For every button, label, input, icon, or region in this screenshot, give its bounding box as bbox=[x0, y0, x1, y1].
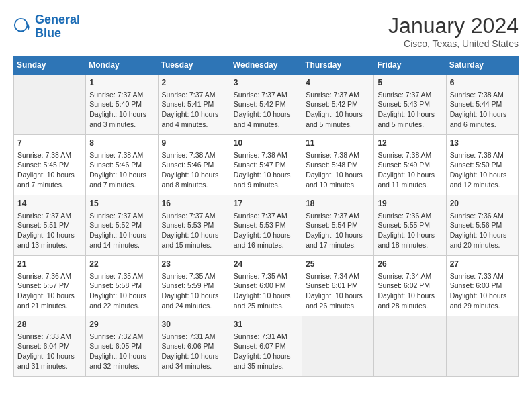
calendar-cell: 2Sunrise: 7:37 AM Sunset: 5:41 PM Daylig… bbox=[158, 75, 230, 135]
day-info: Sunrise: 7:37 AM Sunset: 5:43 PM Dayligh… bbox=[378, 90, 442, 130]
page-header: GeneralBlue January 2024 Cisco, Texas, U… bbox=[13, 13, 519, 49]
day-number: 26 bbox=[378, 259, 442, 270]
day-number: 2 bbox=[162, 77, 226, 89]
day-number: 13 bbox=[450, 138, 515, 149]
day-number: 4 bbox=[306, 77, 370, 89]
calendar-cell: 13Sunrise: 7:38 AM Sunset: 5:50 PM Dayli… bbox=[446, 135, 518, 195]
day-info: Sunrise: 7:35 AM Sunset: 5:58 PM Dayligh… bbox=[89, 271, 154, 311]
day-info: Sunrise: 7:31 AM Sunset: 6:06 PM Dayligh… bbox=[162, 332, 226, 371]
calendar-cell: 20Sunrise: 7:36 AM Sunset: 5:56 PM Dayli… bbox=[446, 195, 518, 256]
calendar-cell: 23Sunrise: 7:35 AM Sunset: 5:59 PM Dayli… bbox=[158, 256, 230, 316]
weekday-header-sunday: Sunday bbox=[14, 56, 86, 75]
day-number: 23 bbox=[162, 259, 226, 270]
logo: GeneralBlue bbox=[13, 13, 80, 40]
calendar-cell: 21Sunrise: 7:36 AM Sunset: 5:57 PM Dayli… bbox=[14, 256, 86, 316]
day-number: 29 bbox=[89, 319, 154, 330]
calendar-cell: 19Sunrise: 7:36 AM Sunset: 5:55 PM Dayli… bbox=[374, 195, 446, 256]
calendar-cell: 4Sunrise: 7:37 AM Sunset: 5:42 PM Daylig… bbox=[302, 75, 374, 135]
calendar-cell: 28Sunrise: 7:33 AM Sunset: 6:04 PM Dayli… bbox=[14, 316, 86, 377]
day-info: Sunrise: 7:37 AM Sunset: 5:53 PM Dayligh… bbox=[162, 211, 226, 250]
weekday-header-wednesday: Wednesday bbox=[230, 56, 302, 75]
calendar-cell: 10Sunrise: 7:38 AM Sunset: 5:47 PM Dayli… bbox=[230, 135, 302, 195]
day-number: 25 bbox=[306, 259, 370, 270]
weekday-header-row: SundayMondayTuesdayWednesdayThursdayFrid… bbox=[14, 56, 519, 75]
day-info: Sunrise: 7:38 AM Sunset: 5:44 PM Dayligh… bbox=[450, 90, 515, 130]
day-number: 15 bbox=[89, 198, 154, 210]
calendar-cell: 18Sunrise: 7:37 AM Sunset: 5:54 PM Dayli… bbox=[302, 195, 374, 256]
day-number: 6 bbox=[450, 77, 515, 89]
day-info: Sunrise: 7:37 AM Sunset: 5:41 PM Dayligh… bbox=[162, 90, 226, 130]
calendar-cell bbox=[302, 316, 374, 377]
day-number: 9 bbox=[162, 138, 226, 149]
calendar-cell bbox=[374, 316, 446, 377]
calendar-cell: 29Sunrise: 7:32 AM Sunset: 6:05 PM Dayli… bbox=[86, 316, 158, 377]
day-number: 5 bbox=[378, 77, 442, 89]
calendar-cell: 6Sunrise: 7:38 AM Sunset: 5:44 PM Daylig… bbox=[446, 75, 518, 135]
day-number: 20 bbox=[450, 198, 515, 210]
day-number: 11 bbox=[306, 138, 370, 149]
day-info: Sunrise: 7:36 AM Sunset: 5:57 PM Dayligh… bbox=[17, 271, 82, 311]
day-number: 30 bbox=[162, 319, 226, 330]
day-info: Sunrise: 7:38 AM Sunset: 5:47 PM Dayligh… bbox=[234, 150, 298, 190]
calendar-cell: 30Sunrise: 7:31 AM Sunset: 6:06 PM Dayli… bbox=[158, 316, 230, 377]
weekday-header-thursday: Thursday bbox=[302, 56, 374, 75]
day-info: Sunrise: 7:37 AM Sunset: 5:42 PM Dayligh… bbox=[306, 90, 370, 130]
day-number: 27 bbox=[450, 259, 515, 270]
day-info: Sunrise: 7:37 AM Sunset: 5:52 PM Dayligh… bbox=[89, 211, 154, 250]
day-info: Sunrise: 7:37 AM Sunset: 5:53 PM Dayligh… bbox=[234, 211, 298, 250]
day-number: 22 bbox=[89, 259, 154, 270]
weekday-header-friday: Friday bbox=[374, 56, 446, 75]
calendar-week-row: 7Sunrise: 7:38 AM Sunset: 5:45 PM Daylig… bbox=[14, 135, 519, 195]
calendar-cell bbox=[14, 75, 86, 135]
day-number: 12 bbox=[378, 138, 442, 149]
calendar-cell bbox=[446, 316, 518, 377]
day-info: Sunrise: 7:37 AM Sunset: 5:54 PM Dayligh… bbox=[306, 211, 370, 250]
svg-point-0 bbox=[15, 19, 28, 32]
day-number: 1 bbox=[89, 77, 154, 89]
day-number: 24 bbox=[234, 259, 298, 270]
calendar-week-row: 21Sunrise: 7:36 AM Sunset: 5:57 PM Dayli… bbox=[14, 256, 519, 316]
day-info: Sunrise: 7:33 AM Sunset: 6:04 PM Dayligh… bbox=[17, 332, 82, 371]
day-number: 8 bbox=[89, 138, 154, 149]
calendar-cell: 7Sunrise: 7:38 AM Sunset: 5:45 PM Daylig… bbox=[14, 135, 86, 195]
day-info: Sunrise: 7:38 AM Sunset: 5:49 PM Dayligh… bbox=[378, 150, 442, 190]
calendar-table: SundayMondayTuesdayWednesdayThursdayFrid… bbox=[13, 56, 519, 377]
location: Cisco, Texas, United States bbox=[388, 38, 519, 49]
day-info: Sunrise: 7:31 AM Sunset: 6:07 PM Dayligh… bbox=[234, 332, 298, 371]
day-info: Sunrise: 7:38 AM Sunset: 5:50 PM Dayligh… bbox=[450, 150, 515, 190]
logo-text: GeneralBlue bbox=[35, 13, 80, 40]
calendar-cell: 12Sunrise: 7:38 AM Sunset: 5:49 PM Dayli… bbox=[374, 135, 446, 195]
day-info: Sunrise: 7:37 AM Sunset: 5:42 PM Dayligh… bbox=[234, 90, 298, 130]
calendar-cell: 31Sunrise: 7:31 AM Sunset: 6:07 PM Dayli… bbox=[230, 316, 302, 377]
weekday-header-tuesday: Tuesday bbox=[158, 56, 230, 75]
day-number: 19 bbox=[378, 198, 442, 210]
logo-icon bbox=[13, 17, 32, 36]
day-number: 16 bbox=[162, 198, 226, 210]
calendar-cell: 16Sunrise: 7:37 AM Sunset: 5:53 PM Dayli… bbox=[158, 195, 230, 256]
day-info: Sunrise: 7:38 AM Sunset: 5:46 PM Dayligh… bbox=[89, 150, 154, 190]
calendar-cell: 11Sunrise: 7:38 AM Sunset: 5:48 PM Dayli… bbox=[302, 135, 374, 195]
calendar-cell: 3Sunrise: 7:37 AM Sunset: 5:42 PM Daylig… bbox=[230, 75, 302, 135]
day-number: 17 bbox=[234, 198, 298, 210]
day-info: Sunrise: 7:35 AM Sunset: 6:00 PM Dayligh… bbox=[234, 271, 298, 311]
month-title: January 2024 bbox=[388, 13, 519, 38]
calendar-cell: 5Sunrise: 7:37 AM Sunset: 5:43 PM Daylig… bbox=[374, 75, 446, 135]
calendar-cell: 27Sunrise: 7:33 AM Sunset: 6:03 PM Dayli… bbox=[446, 256, 518, 316]
day-number: 31 bbox=[234, 319, 298, 330]
day-info: Sunrise: 7:34 AM Sunset: 6:02 PM Dayligh… bbox=[378, 271, 442, 311]
title-block: January 2024 Cisco, Texas, United States bbox=[388, 13, 519, 49]
day-info: Sunrise: 7:35 AM Sunset: 5:59 PM Dayligh… bbox=[162, 271, 226, 311]
calendar-cell: 14Sunrise: 7:37 AM Sunset: 5:51 PM Dayli… bbox=[14, 195, 86, 256]
calendar-cell: 17Sunrise: 7:37 AM Sunset: 5:53 PM Dayli… bbox=[230, 195, 302, 256]
day-info: Sunrise: 7:37 AM Sunset: 5:40 PM Dayligh… bbox=[89, 90, 154, 130]
calendar-cell: 22Sunrise: 7:35 AM Sunset: 5:58 PM Dayli… bbox=[86, 256, 158, 316]
calendar-cell: 8Sunrise: 7:38 AM Sunset: 5:46 PM Daylig… bbox=[86, 135, 158, 195]
day-info: Sunrise: 7:33 AM Sunset: 6:03 PM Dayligh… bbox=[450, 271, 515, 311]
calendar-week-row: 28Sunrise: 7:33 AM Sunset: 6:04 PM Dayli… bbox=[14, 316, 519, 377]
calendar-cell: 24Sunrise: 7:35 AM Sunset: 6:00 PM Dayli… bbox=[230, 256, 302, 316]
day-number: 14 bbox=[17, 198, 82, 210]
calendar-week-row: 1Sunrise: 7:37 AM Sunset: 5:40 PM Daylig… bbox=[14, 75, 519, 135]
day-info: Sunrise: 7:32 AM Sunset: 6:05 PM Dayligh… bbox=[89, 332, 154, 371]
calendar-cell: 9Sunrise: 7:38 AM Sunset: 5:46 PM Daylig… bbox=[158, 135, 230, 195]
day-number: 21 bbox=[17, 259, 82, 270]
